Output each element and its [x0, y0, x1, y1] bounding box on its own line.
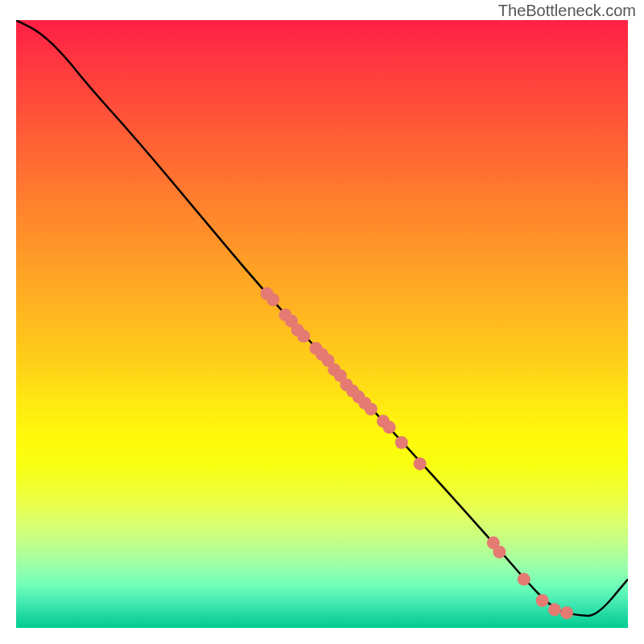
data-point — [266, 293, 279, 306]
data-point — [493, 546, 506, 559]
data-point — [395, 436, 408, 449]
data-point — [518, 573, 530, 586]
chart-svg — [16, 20, 628, 628]
data-point — [414, 457, 427, 470]
data-point — [560, 606, 573, 619]
bottleneck-curve — [16, 20, 628, 616]
chart-container: TheBottleneck.com — [0, 0, 644, 644]
data-point — [383, 421, 396, 434]
attribution-text: TheBottleneck.com — [498, 2, 636, 20]
plot-area — [16, 20, 628, 628]
data-point — [536, 594, 549, 607]
scatter-points — [261, 287, 573, 619]
data-point — [548, 603, 561, 616]
data-point — [297, 330, 310, 343]
data-point — [365, 402, 378, 415]
